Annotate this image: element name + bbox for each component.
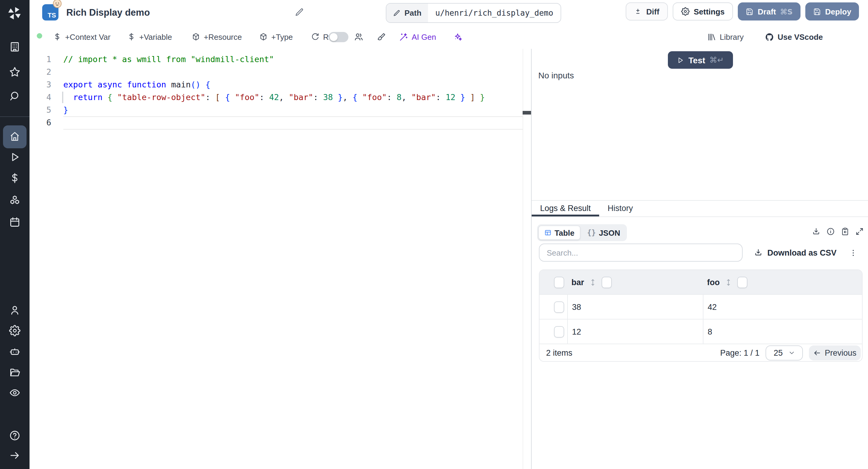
row-checkbox[interactable] [554, 326, 564, 337]
editor-gutter: 123456 [30, 53, 63, 129]
sidebar-item-workers[interactable] [9, 346, 21, 360]
add-context-var-button[interactable]: +Context Var [53, 31, 111, 43]
settings-button[interactable]: Settings [673, 2, 733, 21]
tab-logs-result[interactable]: Logs & Result [540, 204, 591, 213]
path-button[interactable]: Path [386, 4, 428, 22]
copy-icon[interactable] [841, 227, 849, 236]
sidebar-item-folders[interactable] [9, 367, 21, 380]
select-all-checkbox[interactable] [554, 276, 564, 288]
sidebar-item-favorites[interactable] [9, 66, 21, 80]
collab-toggle[interactable] [329, 32, 348, 42]
view-toggle: Table {} JSON [537, 224, 627, 241]
download-icon [754, 248, 763, 257]
view-toggle-table[interactable]: Table [538, 225, 581, 240]
sidebar-item-resources[interactable] [9, 195, 21, 209]
column-toggle-bar[interactable] [601, 276, 612, 288]
play-icon [677, 56, 684, 64]
add-type-button[interactable]: +Type [259, 31, 293, 43]
edit-title-pencil-icon[interactable] [295, 8, 304, 17]
sidebar-item-workspace[interactable] [9, 41, 21, 55]
no-inputs-label: No inputs [538, 70, 574, 80]
page-label: Page: 1 / 1 [720, 348, 760, 357]
table-cell: 8 [703, 319, 862, 344]
line-number: 1 [30, 53, 63, 66]
format-button[interactable] [377, 31, 386, 43]
multiplayer-button[interactable] [354, 31, 364, 43]
add-variable-button[interactable]: +Variable [127, 31, 172, 43]
windmill-logo[interactable] [7, 5, 22, 24]
path-control[interactable]: Path u/henri/rich_display_demo [386, 3, 561, 23]
package-icon [192, 33, 200, 41]
page-size-select[interactable]: 25 [766, 345, 803, 360]
use-vscode-button[interactable]: Use VScode [765, 31, 823, 43]
code-line[interactable] [63, 116, 521, 129]
editor-scrollbar-mark[interactable] [523, 111, 532, 115]
row-checkbox[interactable] [554, 301, 564, 313]
sidebar-item-runs[interactable] [9, 151, 21, 165]
code-line[interactable]: // import * as wmill from "windmill-clie… [63, 53, 521, 66]
result-section-border [532, 200, 868, 201]
tab-history[interactable]: History [608, 204, 633, 213]
draft-button[interactable]: Draft ⌘S [738, 2, 801, 21]
windmill-icon [7, 5, 22, 21]
sidebar-item-home[interactable] [9, 131, 21, 145]
table-row[interactable]: 128 [539, 319, 862, 344]
code-line[interactable] [63, 66, 521, 79]
column-header-foo[interactable]: foo [703, 276, 862, 288]
download-result-icon[interactable] [812, 227, 820, 236]
refresh-icon [311, 33, 319, 41]
code-line[interactable]: } [63, 104, 521, 116]
sort-icon[interactable] [724, 278, 733, 287]
table-row[interactable]: 3842 [539, 294, 862, 319]
library-button[interactable]: Library [707, 31, 744, 43]
path-value[interactable]: u/henri/rich_display_demo [428, 4, 560, 22]
gear-icon [681, 7, 689, 16]
test-button[interactable]: Test ⌘↵ [668, 51, 733, 69]
sidebar-item-help[interactable] [9, 430, 21, 444]
diff-icon [634, 7, 642, 15]
tabs-border [532, 216, 868, 217]
sidebar-expand-button[interactable] [9, 450, 21, 464]
sidebar-item-settings[interactable] [9, 325, 21, 339]
table-icon [544, 229, 552, 236]
sidebar-item-search[interactable] [9, 90, 21, 104]
ai-fix-button[interactable] [453, 31, 462, 43]
library-icon [707, 32, 716, 41]
star-icon [9, 66, 21, 78]
toggle-knob [330, 33, 338, 41]
sidebar-item-audit-logs[interactable] [9, 387, 21, 401]
kebab-menu-icon[interactable] [849, 245, 858, 260]
header-checkbox-cell [539, 276, 567, 288]
sidebar-item-schedules[interactable] [9, 216, 21, 230]
column-header-bar[interactable]: bar [567, 276, 703, 288]
sidebar-item-variables[interactable] [9, 173, 21, 186]
column-toggle-foo[interactable] [737, 276, 747, 288]
sidebar-item-users[interactable] [9, 305, 21, 318]
add-resource-button[interactable]: +Resource [192, 31, 242, 43]
expand-icon[interactable] [855, 227, 864, 236]
download-csv-button[interactable]: Download as CSV [754, 245, 837, 260]
search-input[interactable] [539, 244, 743, 262]
sort-icon[interactable] [588, 278, 597, 287]
previous-page-button[interactable]: Previous [809, 345, 861, 360]
arrow-left-icon [813, 349, 821, 356]
magic-wand-icon [399, 32, 408, 41]
ai-gen-button[interactable]: AI Gen [399, 31, 436, 43]
current-line-border [63, 129, 523, 130]
deploy-button[interactable]: Deploy [805, 2, 859, 21]
code-line[interactable]: export async function main() { [63, 79, 521, 91]
editor-code[interactable]: // import * as wmill from "windmill-clie… [63, 53, 521, 129]
dollar-icon [127, 33, 135, 41]
code-editor[interactable]: 123456 // import * as wmill from "windmi… [30, 49, 532, 469]
result-table: bar foo 3842128 2 items Page: 1 / 1 25 [539, 270, 863, 362]
diff-button[interactable]: Diff [626, 2, 668, 21]
code-line[interactable]: return { "table-row-object": [ { "foo": … [63, 91, 521, 104]
calendar-icon [9, 216, 21, 228]
info-icon[interactable] [827, 227, 835, 236]
building-icon [9, 41, 21, 53]
view-toggle-json[interactable]: {} JSON [582, 225, 626, 240]
users-icon [354, 32, 364, 41]
play-icon [9, 151, 21, 163]
help-icon [9, 430, 21, 441]
right-panel: Test ⌘↵ No inputs Logs & Result History … [532, 49, 868, 469]
